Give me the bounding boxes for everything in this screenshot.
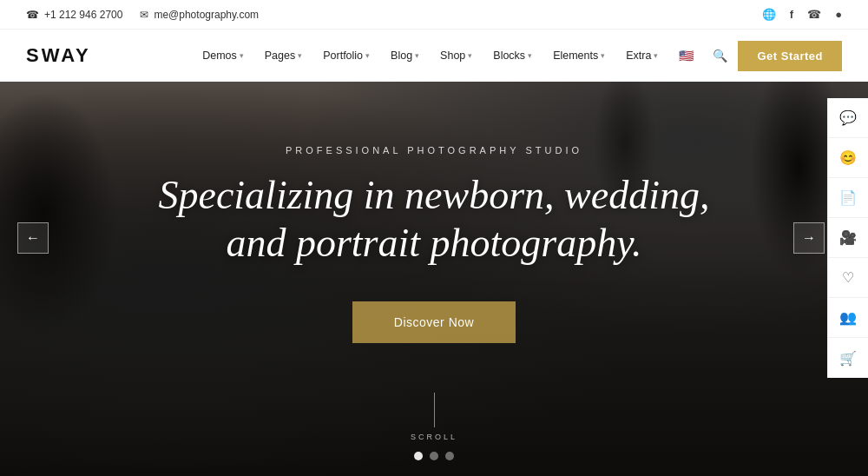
demos-arrow: ▾: [240, 51, 244, 60]
hero-subtitle: PROFESSIONAL PHOTOGRAPHY STUDIO: [286, 145, 582, 155]
nav-portfolio[interactable]: Portfolio ▾: [314, 44, 378, 67]
nav-pages[interactable]: Pages ▾: [256, 44, 311, 67]
phone-icon: ☎: [26, 9, 39, 21]
nav-shop[interactable]: Shop ▾: [431, 44, 481, 67]
phone-contact: ☎ +1 212 946 2700: [26, 9, 122, 21]
prev-slide-button[interactable]: ←: [17, 222, 49, 254]
logo[interactable]: SWAY: [26, 44, 91, 67]
document-sidebar-button[interactable]: 📄: [828, 178, 868, 218]
scroll-label: SCROLL: [411, 433, 457, 441]
top-bar: ☎ +1 212 946 2700 ✉ me@photography.com 🌐…: [0, 0, 868, 30]
nav-blog[interactable]: Blog ▾: [382, 44, 428, 67]
cart-sidebar-button[interactable]: 🛒: [828, 338, 868, 378]
dot-2[interactable]: [430, 452, 438, 460]
document-icon: 📄: [839, 189, 857, 206]
nav-blocks[interactable]: Blocks ▾: [484, 44, 541, 67]
users-icon: 👥: [839, 309, 857, 326]
scroll-line: [433, 393, 434, 427]
nav-extra[interactable]: Extra ▾: [617, 44, 667, 67]
pages-arrow: ▾: [298, 51, 302, 60]
main-nav: Demos ▾ Pages ▾ Portfolio ▾ Blog ▾ Shop …: [194, 41, 842, 71]
blog-arrow: ▾: [415, 51, 419, 60]
video-sidebar-button[interactable]: 🎥: [828, 218, 868, 258]
next-slide-button[interactable]: →: [793, 222, 825, 254]
hero-title: Specializing in newborn, wedding, and po…: [158, 171, 709, 267]
scroll-indicator: SCROLL: [411, 393, 457, 441]
email-address: me@photography.com: [154, 9, 259, 21]
slide-dots: [414, 452, 454, 460]
language-flag[interactable]: 🇺🇸: [670, 43, 702, 68]
email-icon: ✉: [140, 9, 148, 21]
video-icon: 🎥: [839, 229, 857, 246]
blocks-arrow: ▾: [528, 51, 532, 60]
elements-arrow: ▾: [601, 51, 605, 60]
discover-now-button[interactable]: Discover Now: [352, 301, 516, 343]
chat-icon: 💬: [839, 109, 857, 126]
cart-icon: 🛒: [839, 350, 857, 367]
portfolio-arrow: ▾: [365, 51, 370, 60]
heart-icon: ♡: [842, 269, 854, 286]
email-contact: ✉ me@photography.com: [140, 9, 259, 21]
globe-icon[interactable]: 🌐: [762, 8, 776, 22]
emoji-sidebar-button[interactable]: 😊: [828, 138, 868, 178]
get-started-button[interactable]: Get Started: [738, 41, 842, 71]
search-button[interactable]: 🔍: [706, 43, 734, 69]
extra-arrow: ▾: [654, 51, 658, 60]
phone-number: +1 212 946 2700: [44, 9, 122, 21]
shop-arrow: ▾: [468, 51, 472, 60]
heart-sidebar-button[interactable]: ♡: [828, 258, 868, 298]
nav-elements[interactable]: Elements ▾: [544, 44, 614, 67]
chat-sidebar-button[interactable]: 💬: [828, 98, 868, 138]
emoji-icon: 😊: [839, 149, 857, 166]
dot-3[interactable]: [445, 452, 454, 460]
right-sidebar: 💬 😊 📄 🎥 ♡ 👥 🛒: [827, 98, 868, 378]
whatsapp-icon[interactable]: ●: [835, 8, 842, 22]
facebook-icon[interactable]: f: [790, 8, 793, 21]
instagram-icon[interactable]: ☎: [807, 8, 821, 22]
nav-demos[interactable]: Demos ▾: [194, 44, 253, 67]
header: SWAY Demos ▾ Pages ▾ Portfolio ▾ Blog ▾ …: [0, 30, 868, 82]
dot-1[interactable]: [414, 452, 423, 460]
users-sidebar-button[interactable]: 👥: [828, 298, 868, 338]
social-links: 🌐 f ☎ ●: [762, 8, 842, 22]
top-bar-contacts: ☎ +1 212 946 2700 ✉ me@photography.com: [26, 9, 259, 21]
